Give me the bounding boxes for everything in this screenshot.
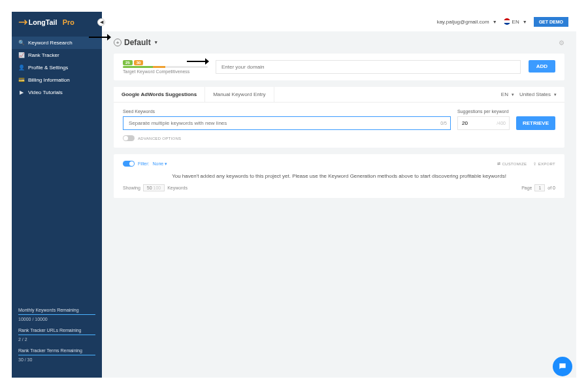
quota-bar [18,314,95,315]
domain-input[interactable] [216,60,521,74]
chevron-down-icon: ▾ [512,92,514,97]
get-demo-button[interactable]: GET DEMO [534,17,568,27]
chat-widget-button[interactable] [553,357,572,376]
chevron-down-icon: ▼ [493,20,497,24]
sidebar-item-label: Video Tutorials [28,90,63,95]
chevron-down-icon: ▾ [554,92,557,97]
tab-manual[interactable]: Manual Keyword Entry [205,87,274,102]
topbar: kay.paljug@gmail.com▼ EN▼ GET DEMO [102,12,576,31]
domain-card: 2530 Target Keyword Competitiveness ADD [114,54,564,80]
kc-label: Target Keyword Competitiveness [123,69,208,74]
language-label: EN [512,19,519,25]
flag-icon [504,18,510,25]
sidebar-item-label: Billing Information [28,77,70,83]
svg-text:LongTail: LongTail [29,18,57,26]
kc-low-badge: 25 [123,60,133,65]
sidebar-quotas: Monthly Keywords Remaining10000 / 10000 … [12,304,102,378]
advanced-label: ADVANCED OPTIONS [138,137,181,140]
quota-label: Monthly Keywords Remaining [18,308,95,312]
suggestions-label: Suggestions per keyword [457,109,510,114]
kw-country-select[interactable]: United States▾ [519,91,557,97]
logo: LongTailPro [12,12,102,33]
account-email: kay.paljug@gmail.com [437,19,489,25]
showing-text: Showing 50 100 Keywords [123,184,188,191]
search-icon: 🔍 [18,40,24,46]
quota-bar [18,355,95,355]
per-page-select[interactable]: 50 100 [143,184,165,191]
customize-button[interactable]: ⇄ CUSTOMIZE [497,161,527,166]
sidebar: LongTailPro ◀ 🔍Keyword Research 📈Rank Tr… [12,12,102,378]
svg-marker-5 [205,58,209,65]
quota-bar [18,335,95,335]
user-icon: 👤 [18,65,24,71]
project-selector[interactable]: + Default ▾ [114,38,157,47]
plus-circle-icon: + [114,39,122,46]
seed-label: Seed Keywords [123,109,451,114]
chevron-down-icon: ▾ [155,40,157,45]
sidebar-item-profile[interactable]: 👤Profile & Settings [12,61,102,74]
sidebar-item-billing[interactable]: 💳Billing Information [12,74,102,86]
sidebar-item-label: Keyword Research [28,40,73,46]
svg-marker-3 [107,34,111,41]
project-name: Default [124,38,151,47]
quota-value: 2 / 2 [18,337,95,342]
sidebar-collapse-button[interactable]: ◀ [97,18,105,26]
sidebar-item-tutorials[interactable]: ▶Video Tutorials [12,86,102,99]
seed-count: 0/5 [440,121,447,125]
kw-language-select[interactable]: EN▾ [501,91,514,97]
quota-label: Rank Tracker Terms Remaining [18,348,95,353]
quota-value: 10000 / 10000 [18,317,95,321]
svg-text:Pro: Pro [63,18,74,26]
advanced-toggle[interactable] [123,135,135,141]
sidebar-nav: 🔍Keyword Research 📈Rank Tracker 👤Profile… [12,37,102,99]
language-menu[interactable]: EN▼ [504,18,527,25]
sidebar-item-label: Rank Tracker [28,52,59,58]
page-input[interactable]: 1 [534,184,545,191]
filter-toggle[interactable] [123,161,135,167]
export-button[interactable]: ⇪ EXPORT [533,161,555,166]
quota-value: 30 / 30 [18,357,95,362]
account-menu[interactable]: kay.paljug@gmail.com▼ [437,19,497,25]
chart-icon: 📈 [18,52,24,58]
settings-button[interactable]: ⚙ [559,39,564,46]
sidebar-item-label: Profile & Settings [28,65,68,71]
results-card: Filter: None▾ ⇄ CUSTOMIZE ⇪ EXPORT You h… [114,154,564,198]
empty-state-text: You haven't added any keywords to this p… [123,171,555,184]
keyword-card: Google AdWords Suggestions Manual Keywor… [114,87,564,148]
chevron-down-icon: ▾ [165,161,167,166]
filter-label: Filter: [138,161,150,166]
card-icon: 💳 [18,77,24,83]
kc-high-badge: 30 [134,60,144,65]
seed-keywords-input[interactable] [123,116,451,130]
sidebar-item-rank-tracker[interactable]: 📈Rank Tracker [12,49,102,61]
retrieve-button[interactable]: RETRIEVE [516,116,555,130]
add-domain-button[interactable]: ADD [529,60,555,73]
quota-label: Rank Tracker URLs Remaining [18,328,95,333]
kc-bar [123,66,208,68]
annotation-arrow [89,33,111,41]
video-icon: ▶ [18,90,24,95]
pagination: Page 1 of 0 [521,184,555,191]
chevron-down-icon: ▼ [523,20,527,24]
filter-value[interactable]: None▾ [153,161,168,167]
suggestions-max: /400 [497,121,506,125]
main: kay.paljug@gmail.com▼ EN▼ GET DEMO + Def… [102,12,576,378]
tab-adwords[interactable]: Google AdWords Suggestions [114,87,205,102]
annotation-arrow [187,57,209,65]
